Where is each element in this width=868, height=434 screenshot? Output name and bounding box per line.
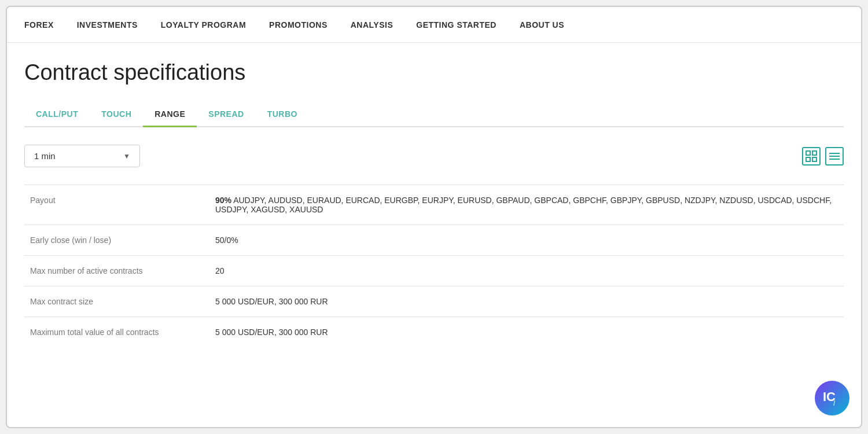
nav-item-loyalty-program[interactable]: LOYALTY PROGRAM xyxy=(161,9,246,41)
svg-rect-3 xyxy=(812,157,816,161)
browser-frame: FOREXINVESTMENTSLOYALTY PROGRAMPROMOTION… xyxy=(6,6,862,428)
main-content: Contract specifications CALL/PUTTOUCHRAN… xyxy=(7,43,861,427)
tab-touch[interactable]: TOUCH xyxy=(90,102,143,126)
nav-item-analysis[interactable]: ANALYSIS xyxy=(351,9,393,41)
grid-view-icon[interactable] xyxy=(802,147,821,165)
list-view-icon[interactable] xyxy=(825,147,844,165)
logo-text: IC / xyxy=(822,386,843,410)
nav-item-getting-started[interactable]: GETTING STARTED xyxy=(416,9,496,41)
dropdown-value: 1 min xyxy=(34,151,56,161)
row-label-max-active: Max number of active contracts xyxy=(24,256,209,286)
table-row-payout: Payout90% AUDJPY, AUDUSD, EURAUD, EURCAD… xyxy=(24,185,844,225)
row-label-payout: Payout xyxy=(24,185,209,225)
specs-table: Payout90% AUDJPY, AUDUSD, EURAUD, EURCAD… xyxy=(24,185,844,347)
row-value-early-close: 50/0% xyxy=(209,225,844,256)
controls-row: 1 min ▼ xyxy=(24,145,844,167)
logo-badge[interactable]: IC / xyxy=(815,381,849,415)
svg-rect-1 xyxy=(812,151,816,155)
duration-dropdown[interactable]: 1 min ▼ xyxy=(24,145,140,167)
view-toggle xyxy=(802,147,844,165)
table-row-early-close: Early close (win / lose)50/0% xyxy=(24,225,844,256)
tab-turbo[interactable]: TURBO xyxy=(256,102,309,126)
row-value-max-total-value: 5 000 USD/EUR, 300 000 RUR xyxy=(209,317,844,348)
nav-item-promotions[interactable]: PROMOTIONS xyxy=(269,9,328,41)
tab-callput[interactable]: CALL/PUT xyxy=(24,102,90,126)
svg-rect-2 xyxy=(806,157,810,161)
row-label-max-total-value: Maximum total value of all contracts xyxy=(24,317,209,348)
table-row-max-active: Max number of active contracts20 xyxy=(24,256,844,286)
table-row-max-total-value: Maximum total value of all contracts5 00… xyxy=(24,317,844,348)
tab-spread[interactable]: SPREAD xyxy=(197,102,255,126)
row-value-payout: 90% AUDJPY, AUDUSD, EURAUD, EURCAD, EURG… xyxy=(209,185,844,225)
row-label-early-close: Early close (win / lose) xyxy=(24,225,209,256)
page-title: Contract specifications xyxy=(24,60,844,85)
row-value-max-contract-size: 5 000 USD/EUR, 300 000 RUR xyxy=(209,286,844,317)
tab-range[interactable]: RANGE xyxy=(143,102,197,127)
row-value-prefix-payout: 90% xyxy=(215,196,231,205)
tabs-container: CALL/PUTTOUCHRANGESPREADTURBO xyxy=(24,102,844,127)
svg-rect-0 xyxy=(806,151,810,155)
nav-bar: FOREXINVESTMENTSLOYALTY PROGRAMPROMOTION… xyxy=(7,7,861,43)
nav-item-about-us[interactable]: ABOUT US xyxy=(520,9,564,41)
nav-item-forex[interactable]: FOREX xyxy=(24,9,54,41)
chevron-down-icon: ▼ xyxy=(123,152,130,160)
row-label-max-contract-size: Max contract size xyxy=(24,286,209,317)
nav-item-investments[interactable]: INVESTMENTS xyxy=(77,9,138,41)
row-value-max-active: 20 xyxy=(209,256,844,286)
table-row-max-contract-size: Max contract size5 000 USD/EUR, 300 000 … xyxy=(24,286,844,317)
